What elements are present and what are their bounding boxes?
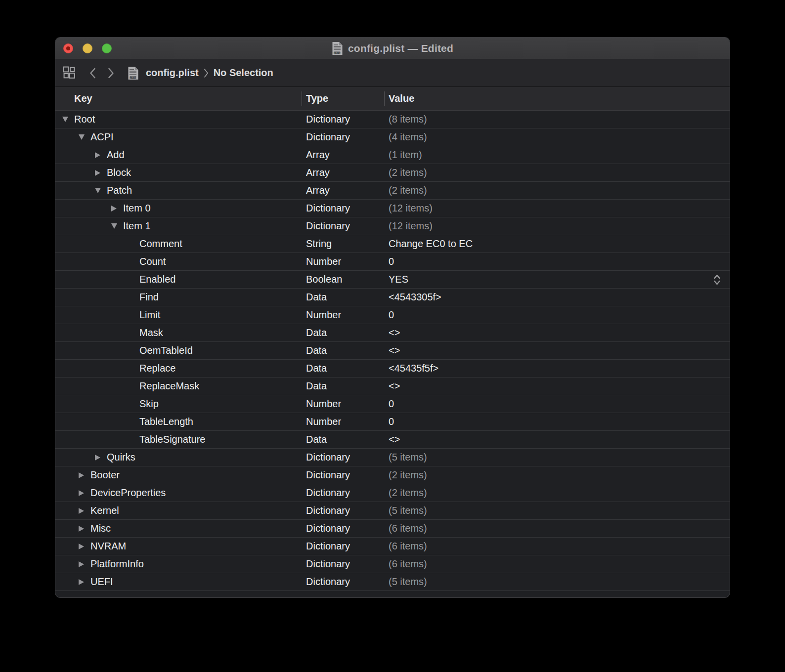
key-cell: Item 1 [55,220,302,232]
disclosure-triangle-icon[interactable] [62,117,68,122]
back-button[interactable] [89,68,96,79]
table-row[interactable]: PlatformInfo Dictionary (6 items) [55,555,730,573]
key-cell: Quirks [55,452,302,463]
value-cell: <> [384,431,730,448]
disclosure-triangle-icon[interactable] [79,508,84,514]
key-cell: Add [55,149,302,161]
type-label: Data [302,434,384,445]
type-label: Dictionary [302,131,384,143]
table-row[interactable]: Find Data <4543305f> [55,289,730,306]
type-label: Array [302,185,384,196]
close-button[interactable] [63,43,73,53]
table-row[interactable]: DeviceProperties Dictionary (2 items) [55,484,730,502]
disclosure-triangle-icon[interactable] [95,455,100,461]
value-cell: (2 items) [384,164,730,181]
key-cell: DeviceProperties [55,487,302,499]
column-header-value[interactable]: Value [384,87,730,110]
value-label: 0 [389,309,394,321]
table-row[interactable]: ReplaceMask Data <> [55,378,730,395]
related-items-button[interactable] [63,66,76,80]
zoom-button[interactable] [102,43,112,53]
disclosure-triangle-icon[interactable] [79,561,84,567]
disclosure-triangle-icon[interactable] [79,134,85,140]
column-header-key[interactable]: Key [55,87,302,110]
value-cell: (6 items) [384,520,730,537]
jump-bar: PLIST config.plist No Selection [55,59,730,87]
forward-button[interactable] [108,68,114,79]
stepper-up-down-icon [713,273,721,286]
disclosure-triangle-icon[interactable] [95,188,101,193]
type-label: Number [302,309,384,321]
table-row[interactable]: TableLength Number 0 [55,413,730,431]
key-label: Find [139,292,159,303]
disclosure-triangle-icon[interactable] [79,472,84,478]
outline-rows: Root Dictionary (8 items) ACPI Dictionar… [55,111,730,591]
value-cell: (2 items) [384,182,730,199]
value-cell: (1 item) [384,146,730,164]
column-header-type[interactable]: Type [302,87,384,110]
key-label: Count [139,256,166,267]
value-cell: 0 [384,395,730,413]
disclosure-triangle-icon[interactable] [79,544,84,549]
key-cell: UEFI [55,576,302,588]
table-header: Key Type Value [55,87,730,111]
table-row[interactable]: Misc Dictionary (6 items) [55,520,730,538]
table-row[interactable]: Enabled Boolean YES [55,271,730,289]
disclosure-triangle-icon[interactable] [79,490,84,496]
traffic-lights [63,38,112,59]
breadcrumb-selection[interactable]: No Selection [214,67,273,79]
key-label: ReplaceMask [139,380,199,392]
type-label: Dictionary [302,505,384,516]
table-row[interactable]: Count Number 0 [55,253,730,271]
value-cell: (6 items) [384,555,730,573]
value-label: (8 items) [389,114,427,125]
table-row[interactable]: Item 1 Dictionary (12 items) [55,217,730,235]
key-cell: Comment [55,238,302,250]
table-row[interactable]: Add Array (1 item) [55,146,730,164]
table-row[interactable]: OemTableId Data <> [55,342,730,360]
table-row[interactable]: Skip Number 0 [55,395,730,413]
value-label: (2 items) [389,185,427,196]
key-cell: Enabled [55,274,302,285]
table-row[interactable]: Block Array (2 items) [55,164,730,182]
table-row[interactable]: Mask Data <> [55,324,730,342]
breadcrumb-file[interactable]: config.plist [146,67,199,79]
minimize-button[interactable] [83,43,92,53]
table-row[interactable]: Quirks Dictionary (5 items) [55,449,730,466]
disclosure-triangle-icon[interactable] [111,223,117,229]
boolean-stepper[interactable] [713,273,721,286]
value-cell: (12 items) [384,200,730,217]
value-cell: <> [384,378,730,395]
table-row[interactable]: Item 0 Dictionary (12 items) [55,200,730,217]
key-cell: Count [55,256,302,267]
table-row[interactable]: Kernel Dictionary (5 items) [55,502,730,520]
value-label: Change EC0 to EC [389,238,473,250]
table-row[interactable]: TableSignature Data <> [55,431,730,449]
table-row[interactable]: Limit Number 0 [55,306,730,324]
key-cell: Skip [55,398,302,410]
table-row[interactable]: Patch Array (2 items) [55,182,730,200]
key-cell: ReplaceMask [55,380,302,392]
key-label: UEFI [90,576,113,588]
table-row[interactable]: ACPI Dictionary (4 items) [55,128,730,146]
key-label: Item 0 [123,203,151,214]
disclosure-triangle-icon[interactable] [95,152,100,158]
disclosure-triangle-icon[interactable] [111,206,117,211]
type-label: Number [302,256,384,267]
titlebar[interactable]: PLIST config.plist — Edited [55,38,730,59]
window-title-text: config.plist — Edited [348,42,453,54]
table-row[interactable]: Comment String Change EC0 to EC [55,235,730,253]
table-row[interactable]: NVRAM Dictionary (6 items) [55,538,730,555]
disclosure-triangle-icon[interactable] [79,579,84,585]
table-row[interactable]: Root Dictionary (8 items) [55,111,730,128]
table-row[interactable]: UEFI Dictionary (5 items) [55,573,730,591]
value-cell: (5 items) [384,502,730,519]
key-cell: PlatformInfo [55,558,302,570]
disclosure-triangle-icon[interactable] [79,526,84,532]
table-row[interactable]: Booter Dictionary (2 items) [55,466,730,484]
table-row[interactable]: Replace Data <45435f5f> [55,360,730,378]
svg-text:PLIST: PLIST [334,51,341,54]
key-label: Block [107,167,131,178]
key-label: Root [74,114,95,125]
disclosure-triangle-icon[interactable] [95,170,100,176]
